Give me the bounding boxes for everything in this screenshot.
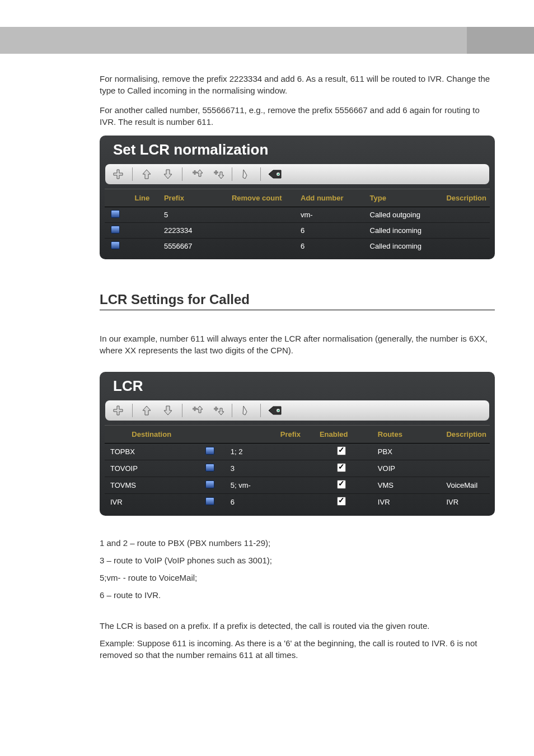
table-row[interactable]: TOVOIP3VOIP <box>105 460 490 477</box>
enabled-checkbox[interactable] <box>337 446 346 455</box>
column-header: Remove count <box>218 189 295 207</box>
set-lcr-normalization-panel: Set LCR normalization <box>100 136 495 259</box>
row-selector-icon[interactable] <box>111 210 120 218</box>
enabled-checkbox[interactable] <box>337 497 346 506</box>
cell-remove-count <box>218 223 295 239</box>
cell-add-number: vm- <box>295 207 364 223</box>
add-up-icon[interactable] <box>189 167 204 181</box>
move-up-icon[interactable] <box>139 167 154 181</box>
row-selector-icon[interactable] <box>205 480 214 488</box>
cell-destination: TOVMS <box>105 477 198 494</box>
page-header-band <box>0 27 534 54</box>
move-down-icon[interactable] <box>161 403 175 418</box>
toolbar-separator <box>132 167 133 181</box>
column-header: Routes <box>372 426 441 444</box>
column-header: Line <box>126 189 158 207</box>
cell-routes: VOIP <box>372 460 441 477</box>
cell-remove-count <box>218 239 295 254</box>
clear-icon[interactable] <box>239 167 254 181</box>
lcr-panel: LCR <box>100 372 495 516</box>
toolbar-separator <box>132 404 133 417</box>
cell-description <box>441 460 490 477</box>
toolbar-separator <box>232 167 232 181</box>
column-header: Description <box>441 426 490 444</box>
panel-title: Set LCR normalization <box>100 136 495 162</box>
add-down-icon[interactable] <box>210 167 225 181</box>
row-selector-icon[interactable] <box>205 497 214 505</box>
table-row[interactable]: 55566676Called incoming <box>105 239 490 254</box>
cell-routes: IVR <box>372 494 441 511</box>
toolbar <box>105 400 489 421</box>
add-down-icon[interactable] <box>210 403 225 418</box>
cell-description <box>443 223 490 239</box>
clear-icon[interactable] <box>239 403 254 418</box>
move-down-icon[interactable] <box>161 167 175 181</box>
enabled-checkbox[interactable] <box>337 463 346 472</box>
cell-destination: TOVOIP <box>105 460 198 477</box>
cell-prefix: 6 <box>222 494 311 511</box>
cell-remove-count <box>218 207 295 223</box>
lcr-explanation: The LCR is based on a prefix. If a prefi… <box>100 620 495 632</box>
row-selector-icon[interactable] <box>205 464 214 472</box>
cell-prefix: 2223334 <box>158 223 219 239</box>
cell-description <box>443 239 490 254</box>
table-row[interactable]: TOPBX1; 2PBX <box>105 444 490 460</box>
lcr-example: Example: Suppose 611 is incoming. As the… <box>100 637 495 661</box>
toolbar-separator <box>182 167 182 181</box>
route-note-4: 6 – route to IVR. <box>100 589 495 601</box>
column-header: Description <box>443 189 490 207</box>
normalization-table: LinePrefixRemove countAdd numberTypeDesc… <box>105 189 490 254</box>
section-heading: LCR Settings for Called <box>100 292 495 310</box>
cell-add-number: 6 <box>295 223 364 239</box>
cell-type: Called incoming <box>364 239 443 254</box>
cell-line <box>126 207 158 223</box>
cell-description: VoiceMail <box>441 477 490 494</box>
row-selector-icon[interactable] <box>205 447 214 455</box>
intro-paragraph-2: For another called number, 555666711, e.… <box>100 104 495 128</box>
add-icon[interactable] <box>111 403 125 418</box>
cell-prefix: 3 <box>222 460 311 477</box>
column-header <box>105 189 126 207</box>
cell-type: Called outgoing <box>364 207 443 223</box>
enabled-checkbox[interactable] <box>337 480 346 489</box>
panel-title: LCR <box>100 372 495 398</box>
toolbar-separator <box>260 404 261 417</box>
add-up-icon[interactable] <box>189 403 204 418</box>
cell-description <box>443 207 490 223</box>
route-note-1: 1 and 2 – route to PBX (PBX numbers 11-2… <box>100 537 495 549</box>
table-row[interactable]: IVR6IVRIVR <box>105 494 490 511</box>
cell-routes: VMS <box>372 477 441 494</box>
row-selector-icon[interactable] <box>111 241 120 249</box>
cell-description <box>441 444 490 460</box>
add-icon[interactable] <box>111 167 125 181</box>
column-header: Destination <box>105 426 198 444</box>
table-row[interactable]: 22233346Called incoming <box>105 223 490 239</box>
lcr-table: DestinationPrefixEnabledRoutesDescriptio… <box>105 425 490 510</box>
toolbar-separator <box>182 404 182 417</box>
cell-add-number: 6 <box>295 239 364 254</box>
column-header: Enabled <box>311 426 372 444</box>
tag-icon[interactable] <box>268 403 282 418</box>
section-intro: In our example, number 611 will always e… <box>100 333 495 356</box>
column-header <box>198 426 221 444</box>
route-note-2: 3 – route to VoIP (VoIP phones such as 3… <box>100 554 495 566</box>
table-row[interactable]: 5vm-Called outgoing <box>105 207 490 223</box>
toolbar-separator <box>232 404 232 417</box>
toolbar <box>105 164 489 184</box>
cell-description: IVR <box>441 494 490 511</box>
toolbar-separator <box>260 167 261 181</box>
cell-type: Called incoming <box>364 223 443 239</box>
column-header: Prefix <box>158 189 219 207</box>
move-up-icon[interactable] <box>139 403 154 418</box>
cell-line <box>126 223 158 239</box>
cell-routes: PBX <box>372 444 441 460</box>
cell-prefix: 5 <box>158 207 219 223</box>
table-row[interactable]: TOVMS5; vm-VMSVoiceMail <box>105 477 490 494</box>
row-selector-icon[interactable] <box>111 226 120 234</box>
intro-paragraph-1: For normalising, remove the prefix 22233… <box>100 73 495 96</box>
tag-icon[interactable] <box>268 167 282 181</box>
cell-destination: IVR <box>105 494 198 511</box>
cell-prefix: 5556667 <box>158 239 219 254</box>
cell-prefix: 1; 2 <box>222 444 311 460</box>
cell-prefix: 5; vm- <box>222 477 311 494</box>
